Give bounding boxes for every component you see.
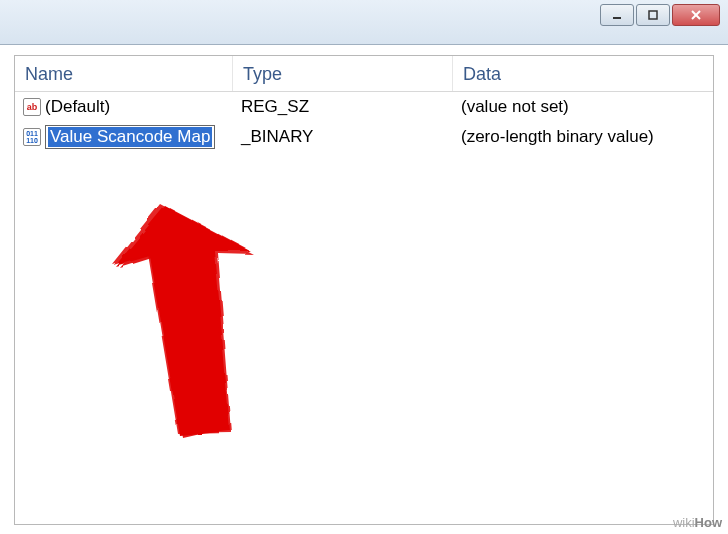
arrow-annotation-icon xyxy=(70,196,330,486)
minimize-button[interactable] xyxy=(600,4,634,26)
value-type: REG_SZ xyxy=(233,95,453,119)
value-data: (zero-length binary value) xyxy=(453,125,713,149)
registry-value-row[interactable]: 011110 Value Scancode Map _BINARY (zero-… xyxy=(15,122,713,152)
close-button[interactable] xyxy=(672,4,720,26)
maximize-button[interactable] xyxy=(636,4,670,26)
window-titlebar xyxy=(0,0,728,45)
value-type: _BINARY xyxy=(233,125,453,149)
value-name: (Default) xyxy=(45,97,110,117)
column-headers: Name Type Data xyxy=(15,56,713,92)
string-value-icon: ab xyxy=(23,98,41,116)
column-header-data[interactable]: Data xyxy=(453,56,713,91)
window-controls xyxy=(600,4,720,26)
watermark: wikiHow xyxy=(673,515,722,530)
binary-value-icon: 011110 xyxy=(23,128,41,146)
rename-selection: Value Scancode Map xyxy=(48,127,212,147)
rename-input[interactable]: Value Scancode Map xyxy=(45,125,215,149)
column-header-type[interactable]: Type xyxy=(233,56,453,91)
registry-list-pane: Name Type Data ab (Default) REG_SZ (valu… xyxy=(14,55,714,525)
svg-rect-1 xyxy=(649,11,657,19)
value-data: (value not set) xyxy=(453,95,713,119)
registry-value-row[interactable]: ab (Default) REG_SZ (value not set) xyxy=(15,92,713,122)
column-header-name[interactable]: Name xyxy=(15,56,233,91)
